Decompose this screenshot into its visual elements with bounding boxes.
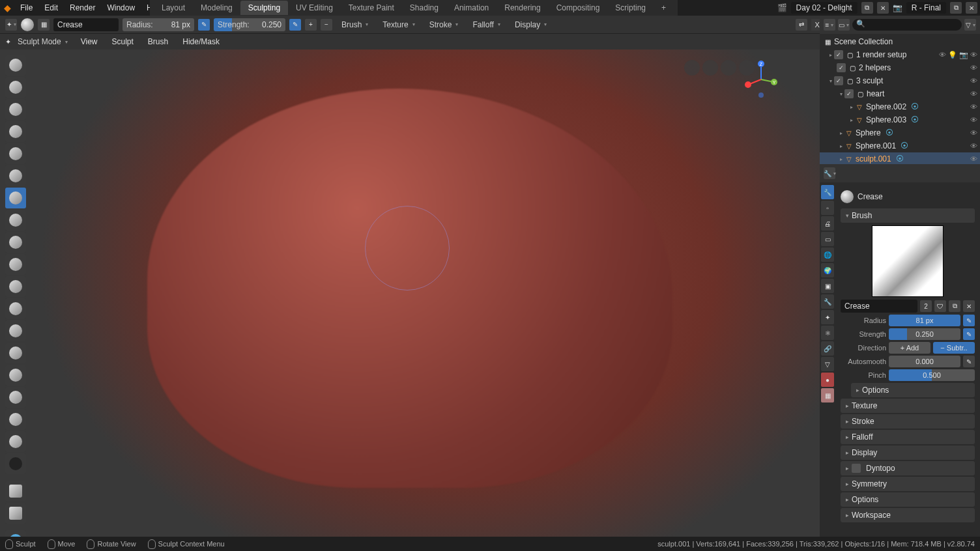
radius-slider[interactable]: 81 px: [889, 315, 960, 326]
outliner-object-sculpt001[interactable]: ▸ ▽ sculpt.001 ⦿ 👁: [820, 152, 980, 164]
tab-sculpting[interactable]: Sculpting: [240, 1, 288, 15]
sculpt-menu[interactable]: Sculpt: [106, 35, 140, 48]
ptab-physics[interactable]: ⚛: [821, 326, 834, 340]
ptab-particle[interactable]: ✦: [821, 310, 834, 324]
tool-inflate[interactable]: [5, 143, 26, 164]
panel-display[interactable]: Display: [841, 445, 975, 460]
direction-sub-button[interactable]: −: [321, 19, 332, 31]
tool-flatten[interactable]: [5, 232, 26, 253]
tab-uvediting[interactable]: UV Editing: [288, 1, 341, 15]
panel-options2[interactable]: Options: [841, 492, 975, 507]
outliner-scene-collection[interactable]: ▦ Scene Collection: [820, 35, 980, 48]
display-dropdown[interactable]: Display: [510, 19, 552, 31]
strength-field[interactable]: Strength:0.250: [214, 18, 285, 31]
tab-texturepaint[interactable]: Texture Paint: [341, 1, 402, 15]
tab-layout[interactable]: Layout: [154, 1, 193, 15]
direction-add-button[interactable]: +: [305, 19, 317, 31]
ptab-constraint[interactable]: 🔗: [821, 341, 834, 356]
ptab-texture[interactable]: ▦: [821, 388, 834, 403]
outliner-object-sphere[interactable]: ▸ ▽ Sphere ⦿ 👁: [820, 126, 980, 139]
viewlayer-close-button[interactable]: ✕: [966, 2, 977, 14]
outliner-search[interactable]: 🔍: [852, 19, 962, 31]
falloff-dropdown[interactable]: Falloff: [467, 19, 505, 31]
restrict-icons[interactable]: 👁 💡 📷 👁: [939, 51, 977, 59]
tab-modeling[interactable]: Modeling: [193, 1, 240, 15]
brush-id-field[interactable]: Crease: [841, 300, 917, 313]
tool-fill[interactable]: [5, 254, 26, 275]
ptab-world[interactable]: 🌍: [821, 263, 834, 277]
viewlayer-copy-button[interactable]: ⧉: [950, 2, 962, 14]
tool-layer[interactable]: [5, 121, 26, 142]
menu-window[interactable]: Window: [102, 1, 140, 15]
ptab-viewlayer[interactable]: ▭: [821, 232, 834, 246]
outliner-collection-3[interactable]: ▾ ✓▢ 3 sculpt 👁: [820, 74, 980, 87]
brush-fake-button[interactable]: 🛡: [934, 300, 946, 312]
ptab-output[interactable]: 🖨: [821, 216, 834, 231]
viewport[interactable]: Z Y: [0, 49, 820, 537]
tool-rotate[interactable]: [5, 409, 26, 430]
outliner-filter-button[interactable]: ▽: [964, 19, 976, 31]
subpanel-options[interactable]: Options: [851, 383, 975, 397]
direction-add-toggle[interactable]: + Add: [889, 342, 930, 354]
tool-boxhide[interactable]: [5, 503, 26, 524]
ptab-render[interactable]: ▫: [821, 201, 834, 215]
tab-rendering[interactable]: Rendering: [497, 1, 548, 15]
panel-stroke[interactable]: Stroke: [841, 414, 975, 429]
panel-texture[interactable]: Texture: [841, 399, 975, 413]
tool-mask[interactable]: [5, 453, 26, 474]
tool-simplify[interactable]: [5, 431, 26, 452]
scene-close-button[interactable]: ✕: [877, 2, 889, 14]
ptab-data[interactable]: ▽: [821, 357, 834, 371]
ptab-material[interactable]: ●: [821, 373, 834, 387]
orientation-gizmo[interactable]: Z Y: [742, 60, 781, 99]
stroke-dropdown[interactable]: Stroke: [424, 19, 464, 31]
strength-pressure-toggle[interactable]: ✎: [963, 328, 975, 340]
tab-scripting[interactable]: Scripting: [607, 1, 654, 15]
brush-menu[interactable]: Brush: [141, 35, 175, 48]
matcap-icon[interactable]: [21, 18, 34, 31]
pan-button[interactable]: [721, 60, 736, 76]
tool-boxmask[interactable]: [5, 481, 26, 502]
menu-file[interactable]: File: [15, 1, 38, 15]
perspective-button[interactable]: [702, 60, 718, 76]
visibility-icon[interactable]: 👁: [970, 116, 977, 124]
tab-shading[interactable]: Shading: [402, 1, 446, 15]
tool-scrape[interactable]: [5, 276, 26, 297]
menu-render[interactable]: Render: [65, 1, 100, 15]
pinch-slider[interactable]: 0.500: [889, 369, 975, 381]
outliner-collection-heart[interactable]: ▾ ✓▢ heart 👁: [820, 87, 980, 100]
visibility-icon[interactable]: 👁: [970, 90, 977, 98]
strength-slider[interactable]: 0.250: [889, 328, 960, 340]
direction-subtract-toggle[interactable]: − Subtr..: [933, 342, 975, 354]
outliner-display-mode[interactable]: ▭: [838, 19, 850, 31]
tab-animation[interactable]: Animation: [446, 1, 497, 15]
brush-preview[interactable]: [872, 225, 944, 297]
outliner[interactable]: ▦ Scene Collection ▸ ✓▢ 1 render setup 👁…: [820, 34, 980, 164]
radius-pressure-button[interactable]: ✎: [198, 19, 210, 31]
tool-claystrips[interactable]: [5, 99, 26, 120]
visibility-icon[interactable]: 👁: [970, 64, 977, 72]
outliner-object-sphere003[interactable]: ▸ ▽ Sphere.003 ⦿ 👁: [820, 113, 980, 126]
panel-falloff[interactable]: Falloff: [841, 430, 975, 444]
hidemask-menu[interactable]: Hide/Mask: [176, 35, 226, 48]
tool-blob[interactable]: [5, 165, 26, 186]
view-menu[interactable]: View: [74, 35, 104, 48]
strength-pressure-button[interactable]: ✎: [289, 19, 301, 31]
outliner-object-sphere002[interactable]: ▸ ▽ Sphere.002 ⦿ 👁: [820, 100, 980, 113]
camera-button[interactable]: [684, 60, 700, 76]
brush-name-field[interactable]: Crease: [53, 18, 119, 31]
ptab-scene[interactable]: 🌐: [821, 247, 834, 262]
ptab-tool[interactable]: 🔧: [821, 185, 834, 199]
add-workspace-button[interactable]: +: [654, 1, 674, 15]
tool-snakehook[interactable]: [5, 343, 26, 363]
tool-thumb[interactable]: [5, 365, 26, 386]
visibility-icon[interactable]: 👁: [970, 129, 977, 137]
ptab-modifier[interactable]: 🔧: [821, 294, 834, 309]
editor-type-button[interactable]: ✦: [5, 19, 17, 31]
brush-new-button[interactable]: ⧉: [949, 300, 960, 312]
autosmooth-slider[interactable]: 0.000: [889, 356, 960, 367]
outliner-collection-2[interactable]: ✓▢ 2 helpers 👁: [820, 61, 980, 74]
tool-nudge[interactable]: [5, 387, 26, 408]
ptab-object[interactable]: ▣: [821, 279, 834, 293]
outliner-collection-1[interactable]: ▸ ✓▢ 1 render setup 👁 💡 📷 👁: [820, 48, 980, 61]
